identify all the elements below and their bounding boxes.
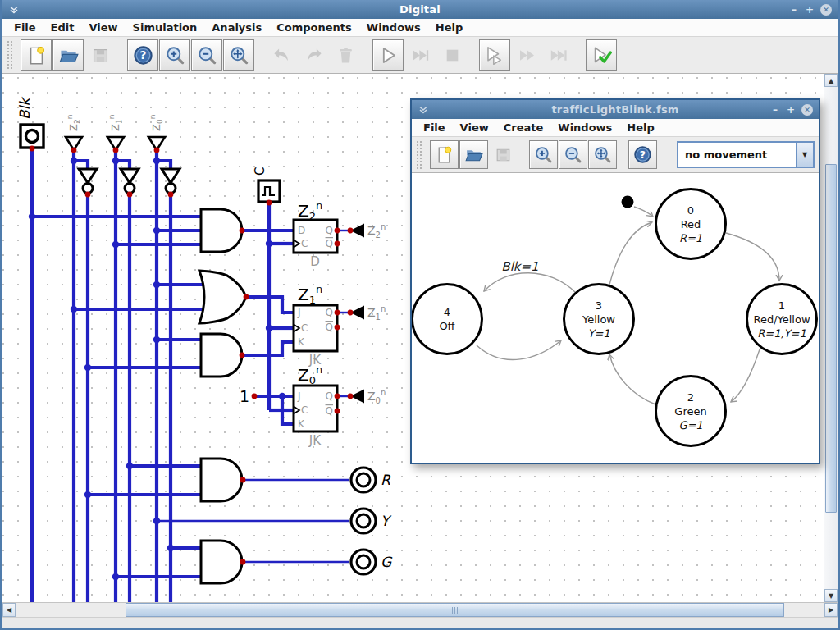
menu-item-analysis[interactable]: Analysis (204, 21, 269, 34)
transition-1-2[interactable] (731, 349, 760, 402)
toolbar-group (430, 140, 518, 169)
transition-3-4[interactable] (484, 273, 576, 293)
zoom-out-button[interactable] (559, 140, 587, 169)
menu-item-windows[interactable]: Windows (550, 121, 619, 135)
help-button[interactable]: ? (127, 39, 158, 71)
transition-init-0[interactable] (634, 207, 653, 217)
zoom-fit-button[interactable] (588, 140, 617, 169)
main-toolbar: ? (2, 37, 838, 74)
tunnel-out-z1-label: Z1n (368, 304, 386, 322)
transition-4-3[interactable] (477, 340, 561, 359)
clock-component[interactable] (258, 180, 280, 202)
menu-item-file[interactable]: File (416, 121, 453, 135)
vertical-scrollbar[interactable]: ▲ ▼ (824, 74, 838, 602)
vertical-scrollbar-thumb[interactable] (825, 164, 837, 513)
menu-item-file[interactable]: File (7, 21, 43, 34)
menu-item-edit[interactable]: Edit (43, 21, 82, 34)
output-g-label: G (381, 554, 393, 570)
not-gate-z0[interactable] (162, 169, 180, 194)
scroll-left-button[interactable]: ◀ (2, 603, 16, 617)
run-tests-button[interactable] (586, 39, 617, 71)
state-output: Y=1 (587, 326, 609, 340)
menu-item-components[interactable]: Components (269, 21, 359, 34)
fsm-state-2[interactable]: 2GreenG=1 (655, 375, 727, 447)
open-button[interactable] (459, 140, 488, 169)
tunnel-in-z2-label: Z2n (66, 115, 81, 131)
scroll-down-button[interactable]: ▼ (824, 589, 838, 602)
run-to-break-button[interactable] (479, 39, 510, 71)
fsm-canvas[interactable]: Blk=1 0RedR=11Red/YellowR=1,Y=12GreenG=1… (412, 173, 819, 463)
menu-item-windows[interactable]: Windows (359, 21, 428, 34)
zoom-in-button[interactable] (159, 39, 190, 71)
open-icon (58, 45, 79, 66)
maximize-button[interactable]: + (786, 104, 796, 116)
not-gate-z2[interactable] (79, 169, 97, 194)
tunnel-in-z1-label: Z1n (107, 115, 123, 131)
and-gate-1[interactable] (201, 209, 242, 252)
output-y[interactable] (351, 509, 376, 533)
or-gate[interactable] (199, 271, 246, 323)
tunnel-out-z2-label: Z2n (368, 222, 386, 240)
menu-item-help[interactable]: Help (428, 21, 470, 34)
transition-3-0[interactable] (609, 222, 652, 288)
maximize-button[interactable]: + (805, 4, 815, 16)
menu-item-view[interactable]: View (453, 121, 496, 135)
output-r[interactable] (351, 468, 376, 492)
and-gate-4[interactable] (201, 541, 242, 583)
fsm-window: trafficLightBlink.fsm –+✕ FileViewCreate… (410, 98, 820, 464)
output-g[interactable] (351, 550, 376, 574)
close-button[interactable]: ✕ (801, 104, 813, 116)
fsm-state-1[interactable]: 1Red/YellowR=1,Y=1 (746, 283, 818, 355)
open-button[interactable] (52, 39, 84, 71)
main-titlebar[interactable]: Digital –+✕ (2, 0, 838, 19)
horizontal-scrollbar[interactable]: ◀ ▶ (2, 602, 838, 617)
run-button[interactable] (372, 39, 404, 71)
transition-2-3[interactable] (609, 354, 655, 404)
fsm-titlebar[interactable]: trafficLightBlink.fsm –+✕ (412, 100, 819, 119)
new-file-button[interactable] (430, 140, 459, 169)
svg-text:Q: Q (326, 405, 333, 417)
svg-text:Q: Q (326, 225, 333, 236)
movement-select[interactable]: no movement ▼ (677, 141, 815, 168)
menu-item-simulation[interactable]: Simulation (126, 21, 205, 34)
window-menu-icon[interactable] (418, 105, 428, 115)
horizontal-scrollbar-track[interactable] (16, 603, 824, 617)
step-icon (517, 45, 537, 66)
fsm-state-3[interactable]: 3YellowY=1 (563, 283, 635, 355)
fsm-state-4[interactable]: 4Off (412, 283, 483, 355)
blk-input[interactable] (21, 125, 43, 148)
save-icon (494, 145, 513, 164)
menu-item-create[interactable]: Create (496, 121, 551, 135)
toolbar-drag-handle[interactable] (416, 140, 423, 170)
and-gate-3[interactable] (201, 459, 242, 501)
run-to-end-icon (410, 45, 431, 66)
and-gate-2[interactable] (201, 334, 242, 377)
close-button[interactable]: ✕ (820, 4, 832, 16)
new-file-button[interactable] (21, 39, 52, 71)
menu-item-help[interactable]: Help (619, 121, 661, 135)
toolbar-group (479, 39, 575, 71)
fsm-state-0[interactable]: 0RedR=1 (655, 188, 727, 260)
scroll-right-button[interactable]: ▶ (824, 603, 838, 617)
run-icon (378, 45, 399, 66)
horizontal-scrollbar-thumb[interactable] (126, 603, 784, 617)
chevron-down-icon[interactable]: ▼ (796, 143, 813, 167)
not-gate-z1[interactable] (121, 169, 139, 194)
transition-0-1[interactable] (726, 233, 779, 281)
toolbar-drag-handle[interactable] (7, 40, 14, 70)
scroll-up-button[interactable]: ▲ (824, 74, 838, 87)
zoom-in-button[interactable] (529, 140, 558, 169)
minimize-button[interactable]: – (789, 4, 799, 16)
svg-text:Q: Q (326, 307, 333, 318)
constant-one[interactable]: 1 (240, 387, 249, 405)
state-name: Green (674, 404, 706, 418)
zoom-fit-button[interactable] (223, 39, 254, 71)
zoom-out-button[interactable] (191, 39, 222, 71)
menu-item-view[interactable]: View (81, 21, 125, 34)
initial-state-marker[interactable] (622, 196, 634, 208)
state-name: Red (681, 217, 701, 231)
help-button[interactable]: ? (628, 140, 657, 169)
minimize-button[interactable]: – (770, 104, 780, 116)
main-window-controls: –+✕ (789, 4, 832, 16)
window-menu-icon[interactable] (9, 5, 19, 15)
